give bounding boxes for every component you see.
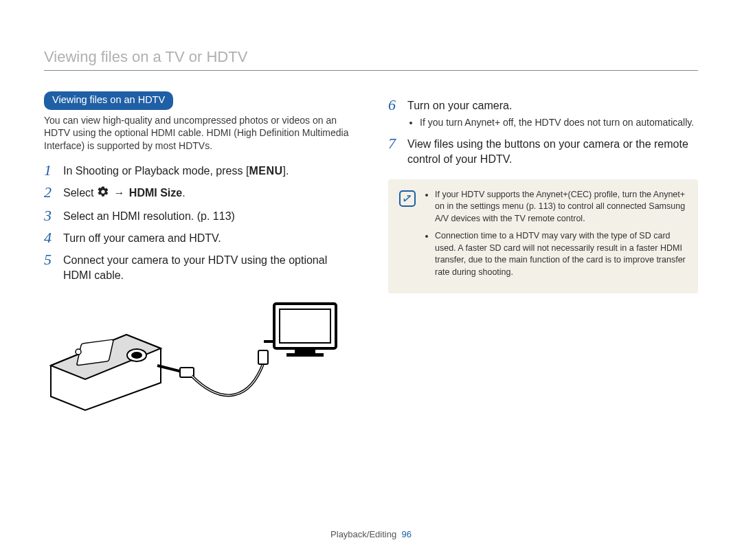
list-item: If you turn Anynet+ off, the HDTV does n…: [420, 116, 698, 129]
arrow-icon: →: [113, 186, 124, 201]
svg-rect-12: [286, 353, 324, 357]
svg-rect-10: [280, 309, 330, 343]
step-body: Select an HDMI resolution. (p. 113): [63, 209, 354, 224]
svg-point-3: [131, 352, 142, 359]
step-number: 3: [44, 208, 63, 224]
note-icon: [399, 190, 416, 207]
step-3: 3 Select an HDMI resolution. (p. 113): [44, 209, 354, 224]
section-heading-pill: Viewing files on an HDTV: [44, 91, 173, 110]
left-column: Viewing files on an HDTV You can view hi…: [44, 91, 354, 414]
connection-diagram: [44, 297, 339, 414]
step-body: View files using the buttons on your cam…: [407, 137, 698, 166]
svg-rect-8: [258, 350, 268, 364]
step-body: In Shooting or Playback mode, press [MEN…: [63, 164, 354, 179]
step-body: Turn on your camera. If you turn Anynet+…: [407, 98, 698, 130]
step-body: Turn off your camera and HDTV.: [63, 231, 354, 246]
step-text: Select: [63, 187, 97, 199]
note-list: If your HDTV supports the Anynet+(CEC) p…: [423, 189, 687, 284]
gear-icon: [97, 186, 109, 202]
menu-button-label: MENU: [249, 164, 282, 179]
step-number: 6: [388, 97, 407, 113]
step-7: 7 View files using the buttons on your c…: [388, 137, 698, 166]
page-header: Viewing files on a TV or HDTV: [44, 48, 698, 71]
step-body: Connect your camera to your HDTV using t…: [63, 253, 354, 282]
hdmi-size-label: HDMI Size: [129, 187, 182, 199]
intro-paragraph: You can view high-quality and uncompress…: [44, 114, 354, 153]
step-body: Select → HDMI Size.: [63, 186, 354, 202]
step-text: Turn on your camera.: [407, 100, 512, 111]
page-footer: Playback/Editing 96: [0, 529, 742, 539]
step-4: 4 Turn off your camera and HDTV.: [44, 231, 354, 246]
step-number: 1: [44, 162, 63, 179]
step-5: 5 Connect your camera to your HDTV using…: [44, 253, 354, 282]
footer-page-number: 96: [401, 529, 411, 539]
step-number: 4: [44, 229, 63, 246]
list-item: Connection time to a HDTV may vary with …: [435, 230, 687, 278]
step-number: 5: [44, 251, 63, 268]
svg-rect-11: [295, 350, 315, 353]
step-6: 6 Turn on your camera. If you turn Anyne…: [388, 98, 698, 130]
step-text-end: .: [182, 187, 185, 199]
step-text: In Shooting or Playback mode, press [: [63, 165, 249, 177]
footer-section: Playback/Editing: [330, 529, 396, 539]
step-number: 7: [388, 135, 407, 152]
step-number: 2: [44, 184, 63, 201]
svg-point-5: [76, 349, 81, 355]
note-box: If your HDTV supports the Anynet+(CEC) p…: [388, 179, 698, 294]
list-item: If your HDTV supports the Anynet+(CEC) p…: [435, 189, 687, 225]
step-1: 1 In Shooting or Playback mode, press [M…: [44, 164, 354, 179]
step-sub-bullets: If you turn Anynet+ off, the HDTV does n…: [407, 116, 698, 129]
content-columns: Viewing files on an HDTV You can view hi…: [44, 91, 698, 414]
step-2: 2 Select → HDMI Size.: [44, 186, 354, 202]
right-column: 6 Turn on your camera. If you turn Anyne…: [388, 91, 698, 414]
note-icon-wrap: [399, 190, 416, 284]
svg-rect-7: [180, 368, 194, 377]
manual-page: Viewing files on a TV or HDTV Viewing fi…: [0, 0, 742, 560]
step-text-post: ].: [282, 165, 289, 177]
